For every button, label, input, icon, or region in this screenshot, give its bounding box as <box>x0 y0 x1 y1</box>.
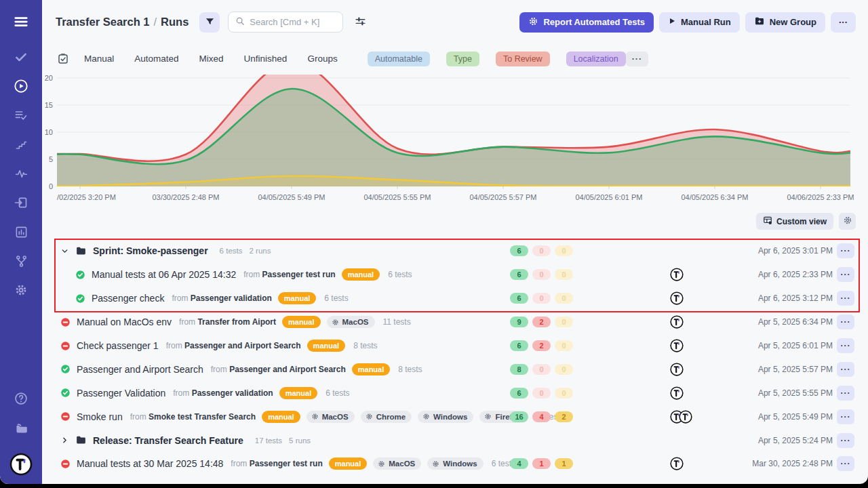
run-source: from Passenger validation <box>172 293 271 303</box>
passed-count-pill: 6 <box>510 388 528 399</box>
run-title[interactable]: Check passenger 1 <box>77 340 159 351</box>
environment-chip-macos: MacOS <box>327 316 375 328</box>
view-settings-button[interactable] <box>839 213 856 230</box>
user-avatar[interactable] <box>9 453 33 476</box>
sidebar-item-milestones-icon[interactable] <box>12 135 31 154</box>
custom-view-button[interactable]: Custom view <box>756 213 833 230</box>
tabs-row: ManualAutomatedMixedUnfinishedGroups Aut… <box>42 44 868 73</box>
result-counts: 600 <box>510 293 573 304</box>
search-input[interactable] <box>250 17 328 27</box>
app-window: Transfer Search 1/Runs Report Automated … <box>0 0 868 484</box>
run-row[interactable]: Passenger checkfrom Passenger validation… <box>42 287 868 310</box>
play-icon <box>668 17 676 27</box>
select-all-icon[interactable] <box>57 53 69 65</box>
chevron-down-icon[interactable] <box>60 247 69 256</box>
manual-tag: manual <box>342 268 380 281</box>
result-counts: 600 <box>510 269 573 280</box>
row-more-button[interactable]: ··· <box>837 314 854 329</box>
group-row[interactable]: Sprint: Smoke-passenger6 tests2 runs600A… <box>42 239 868 263</box>
run-source: from Passenger validation <box>173 388 273 398</box>
manual-run-button[interactable]: Manual Run <box>659 12 740 33</box>
run-title[interactable]: Smoke run <box>77 411 123 422</box>
env-gear-icon <box>366 413 373 420</box>
sidebar-item-analytics-icon[interactable] <box>12 222 31 241</box>
run-source: from Passenger and Airport Search <box>166 341 301 350</box>
row-more-button[interactable]: ··· <box>837 243 854 258</box>
new-group-button[interactable]: New Group <box>745 12 825 33</box>
sidebar <box>0 0 42 484</box>
tab-unfinished[interactable]: Unfinished <box>244 54 288 64</box>
passed-count-pill: 6 <box>510 340 528 351</box>
manual-tag: manual <box>278 292 317 304</box>
tab-manual[interactable]: Manual <box>84 54 114 64</box>
row-more-button[interactable]: ··· <box>837 362 854 377</box>
tests-count: 6 tests <box>388 270 412 279</box>
sidebar-item-activity-icon[interactable] <box>12 164 31 183</box>
tests-count: 6 tests <box>324 293 348 303</box>
run-row[interactable]: Check passenger 1from Passenger and Airp… <box>42 334 868 358</box>
assignee-avatars <box>670 363 684 376</box>
run-title[interactable]: Manual tests at 06 Apr 2025 14:32 <box>92 269 236 280</box>
breadcrumb-separator: / <box>150 16 161 28</box>
result-counts: 920 <box>510 317 573 327</box>
chips-more-button[interactable]: ··· <box>626 52 649 66</box>
row-more-button[interactable]: ··· <box>837 338 854 353</box>
run-row[interactable]: Manual tests at 30 Mar 2025 14:48from Pa… <box>42 452 868 476</box>
tab-groups[interactable]: Groups <box>307 54 337 64</box>
help-icon[interactable] <box>12 389 31 408</box>
breadcrumb-project[interactable]: Transfer Search 1 <box>56 16 150 28</box>
filter-chip-localization[interactable]: Localization <box>566 52 626 66</box>
projects-icon[interactable] <box>12 418 31 437</box>
run-date: Apr 6, 2025 3:12 PM <box>758 293 833 303</box>
sidebar-item-runs-icon[interactable] <box>12 77 31 96</box>
row-more-button[interactable]: ··· <box>837 386 854 401</box>
chevron-right-icon[interactable] <box>60 436 69 445</box>
run-source: from Passenger test run <box>231 459 322 468</box>
tab-automated[interactable]: Automated <box>134 54 178 64</box>
header-more-button[interactable]: ··· <box>831 12 856 33</box>
filter-button[interactable] <box>199 12 220 33</box>
row-more-button[interactable]: ··· <box>837 456 854 471</box>
row-more-button[interactable]: ··· <box>837 291 854 306</box>
sidebar-item-integrations-icon[interactable] <box>12 251 31 270</box>
filter-chip-automatable[interactable]: Automatable <box>368 52 430 66</box>
sidebar-item-import-icon[interactable] <box>12 193 31 212</box>
environment-chip-macos: MacOS <box>373 458 421 470</box>
tests-count: 11 tests <box>383 317 411 327</box>
run-date: Apr 5, 2025 5:57 PM <box>758 365 833 374</box>
result-counts: 411 <box>510 458 573 469</box>
search-settings-button[interactable] <box>350 12 370 33</box>
run-title[interactable]: Manual tests at 30 Mar 2025 14:48 <box>77 458 223 469</box>
sidebar-item-cases-icon[interactable] <box>12 47 31 66</box>
search-box[interactable] <box>228 12 343 33</box>
menu-icon[interactable] <box>12 12 31 31</box>
skipped-count-pill: 0 <box>555 364 573 375</box>
run-row[interactable]: Passenger Validationfrom Passenger valid… <box>42 381 868 405</box>
failed-count-pill: 2 <box>532 317 551 327</box>
row-more-button[interactable]: ··· <box>837 433 854 448</box>
row-more-button[interactable]: ··· <box>837 267 854 282</box>
tab-mixed[interactable]: Mixed <box>199 54 224 64</box>
passed-count-pill: 6 <box>510 245 528 256</box>
run-title[interactable]: Manual on MacOs env <box>77 317 172 327</box>
sidebar-item-settings-icon[interactable] <box>12 281 31 300</box>
assignee-avatars <box>670 339 684 352</box>
group-row[interactable]: Release: Transfer Search Feature17 tests… <box>42 428 868 452</box>
run-row[interactable]: Passenger and Airport Searchfrom Passeng… <box>42 357 868 381</box>
env-gear-icon <box>311 413 319 420</box>
filter-chip-type[interactable]: Type <box>446 52 479 66</box>
tests-count: 8 tests <box>353 341 377 350</box>
run-title[interactable]: Passenger and Airport Search <box>77 364 203 375</box>
environment-chip-windows: Windows <box>427 458 483 470</box>
run-title[interactable]: Passenger Validation <box>77 388 165 399</box>
filter-chip-to-review[interactable]: To Review <box>496 52 550 66</box>
tests-count: 8 tests <box>398 365 422 374</box>
run-row[interactable]: Smoke runfrom Smoke test Transfer Search… <box>42 405 868 428</box>
avatar <box>670 457 684 470</box>
run-row[interactable]: Manual on MacOs envfrom Transfer from Ai… <box>42 310 868 334</box>
run-title[interactable]: Passenger check <box>92 293 164 304</box>
row-more-button[interactable]: ··· <box>837 409 854 424</box>
report-automated-tests-button[interactable]: Report Automated Tests <box>519 12 654 33</box>
run-row[interactable]: Manual tests at 06 Apr 2025 14:32from Pa… <box>42 263 868 287</box>
sidebar-item-plans-icon[interactable] <box>12 106 31 125</box>
